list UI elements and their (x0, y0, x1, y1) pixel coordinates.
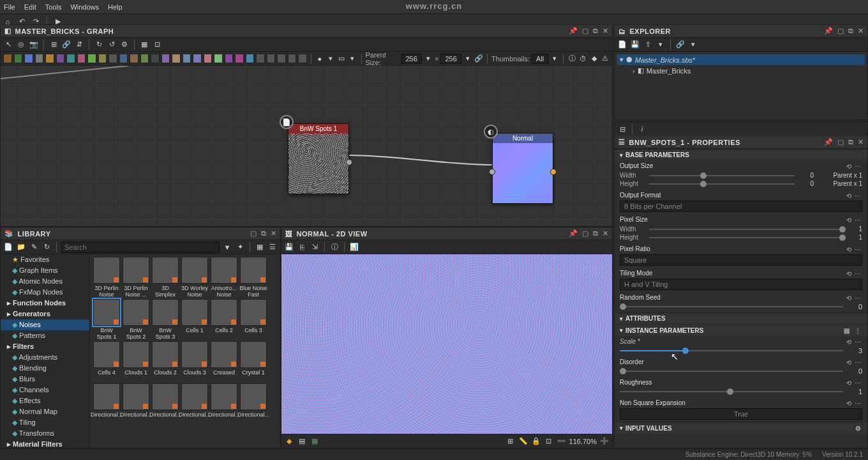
chevron-down-icon[interactable]: ▾ (688, 40, 698, 50)
zoom-fit-icon[interactable]: ⊡ (544, 436, 554, 447)
ruler-icon[interactable]: 📏 (518, 436, 528, 447)
maximize-icon[interactable]: ▢ (582, 229, 588, 237)
palette-node[interactable] (130, 54, 138, 63)
library-thumbnail[interactable]: Directional... (93, 383, 121, 424)
library-thumbnail[interactable]: Cells 2 (210, 299, 238, 340)
library-thumbnail[interactable]: Directional... (122, 383, 150, 424)
menu-edit[interactable]: Edit (24, 3, 36, 11)
sort-icon[interactable]: ✦ (235, 242, 245, 252)
edit-icon[interactable]: ✎ (29, 242, 39, 252)
library-tree-item[interactable]: ◆ Graph Items (1, 265, 89, 276)
chevron-down-icon[interactable]: ▾ (326, 54, 335, 64)
palette-node[interactable] (277, 54, 286, 63)
copy-icon[interactable]: ⎘ (297, 242, 307, 252)
output-format-dropdown[interactable]: 8 Bits per Channel (620, 201, 862, 212)
undock-icon[interactable]: ⧉ (848, 138, 853, 146)
folder-icon[interactable]: 📁 (16, 242, 26, 252)
pointer-icon[interactable]: ↖ (3, 40, 13, 50)
non-square-dropdown[interactable]: True (620, 408, 862, 420)
palette-node[interactable] (225, 54, 234, 63)
reset-icon[interactable]: ⟲ (844, 192, 853, 199)
palette-node[interactable] (66, 54, 75, 63)
palette-node[interactable] (214, 54, 223, 63)
hierarchy-icon[interactable]: ⇵ (74, 40, 84, 50)
palette-node[interactable] (183, 54, 191, 63)
save-icon[interactable]: 💾 (630, 40, 640, 50)
library-thumbnail[interactable]: Clouds 1 (122, 341, 150, 382)
expose-icon[interactable]: ⋯ (853, 358, 862, 366)
grid-view-icon[interactable]: ▦ (255, 242, 265, 252)
library-thumbnail[interactable]: Cells 4 (93, 341, 121, 382)
badge-icon[interactable]: ◆ (590, 54, 599, 64)
library-tree[interactable]: ★ Favorites◆ Graph Items◆ Atomic Nodes◆ … (1, 254, 90, 448)
library-grid[interactable]: 3D Perlin Noise3D Perlin Noise ...3D Sim… (90, 254, 280, 448)
library-thumbnail[interactable]: Creased (210, 341, 238, 382)
info-tab-icon[interactable]: i (637, 124, 647, 134)
library-tree-item[interactable]: ◆ Blurs (1, 374, 89, 385)
graph-canvas[interactable]: 📄 BnW Spots 1 ◐ Normal (1, 66, 612, 226)
close-icon[interactable]: ✕ (271, 229, 276, 237)
chevron-down-icon[interactable]: ▾ (655, 40, 666, 50)
palette-node[interactable] (45, 54, 54, 63)
output-icon[interactable]: ● (315, 54, 324, 64)
thumbnails-value[interactable]: All (532, 54, 548, 64)
zoom-out-icon[interactable]: ➖ (557, 436, 567, 447)
library-tree-item[interactable]: ◆ Normal Map (1, 406, 89, 417)
tiling-mode-dropdown[interactable]: H and V Tiling (620, 279, 862, 290)
pixel-ratio-dropdown[interactable]: Square (620, 254, 862, 266)
reset-icon[interactable]: ⟲ (844, 399, 853, 407)
menu-tools[interactable]: Tools (45, 3, 62, 11)
parent-size-x[interactable]: 256 (401, 54, 422, 64)
filter-icon[interactable]: ▼ (222, 242, 232, 252)
camera-icon[interactable]: 📷 (29, 40, 39, 50)
palette-node[interactable] (235, 54, 244, 63)
scale-slider[interactable] (620, 350, 843, 351)
library-thumbnail[interactable]: BnW Spots 3 (151, 299, 179, 340)
expose-icon[interactable]: ⋯ (853, 338, 862, 346)
chevron-down-icon[interactable]: ▾ (424, 54, 433, 64)
section-base-parameters[interactable]: BASE PARAMETERS (615, 149, 867, 160)
palette-node[interactable] (256, 54, 265, 63)
undock-icon[interactable]: ⧉ (593, 27, 598, 34)
refresh-icon[interactable]: ↻ (94, 40, 104, 50)
close-icon[interactable]: ✕ (602, 27, 608, 34)
random-seed-slider[interactable] (620, 306, 843, 307)
palette-node[interactable] (3, 54, 12, 63)
reset-icon[interactable]: ⟲ (844, 245, 853, 253)
library-tree-item[interactable]: ◆ Atomic Nodes (1, 276, 89, 287)
zoom-in-icon[interactable]: ➕ (599, 436, 610, 447)
section-attributes[interactable]: ATTRIBUTES (615, 312, 867, 324)
expose-icon[interactable]: ⋯ (853, 245, 862, 253)
library-tree-item[interactable]: ▸ Filters (1, 341, 89, 352)
palette-node[interactable] (87, 54, 96, 63)
link-size-icon[interactable]: 🔗 (474, 54, 483, 64)
warn-icon[interactable]: ⚠ (601, 54, 610, 64)
explorer-graph-item[interactable]: ›◧ Master_Bricks (617, 65, 865, 76)
close-icon[interactable]: ✕ (858, 27, 864, 34)
menu-file[interactable]: File (4, 3, 15, 11)
library-thumbnail[interactable]: Directional... (151, 383, 179, 424)
palette-node[interactable] (35, 54, 44, 63)
library-tree-item[interactable]: ◆ Transforms (1, 428, 89, 439)
pin-icon[interactable]: 📌 (569, 27, 578, 34)
menu-windows[interactable]: Windows (70, 3, 99, 11)
link-icon[interactable]: 🔗 (675, 40, 685, 50)
pin-icon[interactable]: 📌 (824, 138, 833, 146)
palette-node[interactable] (193, 54, 202, 63)
library-thumbnail[interactable]: Clouds 3 (181, 341, 209, 382)
chevron-down-icon[interactable]: ▾ (463, 54, 472, 64)
input-port[interactable] (489, 169, 495, 175)
library-thumbnail[interactable]: Anisotro... Noise (210, 257, 238, 298)
section-instance-parameters[interactable]: INSTANCE PARAMETERS▤⋮ (615, 324, 867, 336)
pin-icon[interactable]: 📌 (569, 229, 578, 237)
maximize-icon[interactable]: ▢ (582, 27, 588, 34)
new-file-icon[interactable]: 📄 (617, 40, 627, 50)
parent-size-y[interactable]: 256 (440, 54, 461, 64)
reset-icon[interactable]: ⟲ (844, 270, 853, 277)
expose-icon[interactable]: ⋯ (853, 216, 862, 224)
library-thumbnail[interactable]: Directional... (239, 383, 267, 424)
undock-icon[interactable]: ⧉ (848, 27, 853, 34)
section-input-values[interactable]: INPUT VALUES⚙ (615, 422, 867, 434)
roughness-slider[interactable] (620, 391, 843, 392)
library-thumbnail[interactable]: BnW Spots 1 (93, 299, 121, 340)
